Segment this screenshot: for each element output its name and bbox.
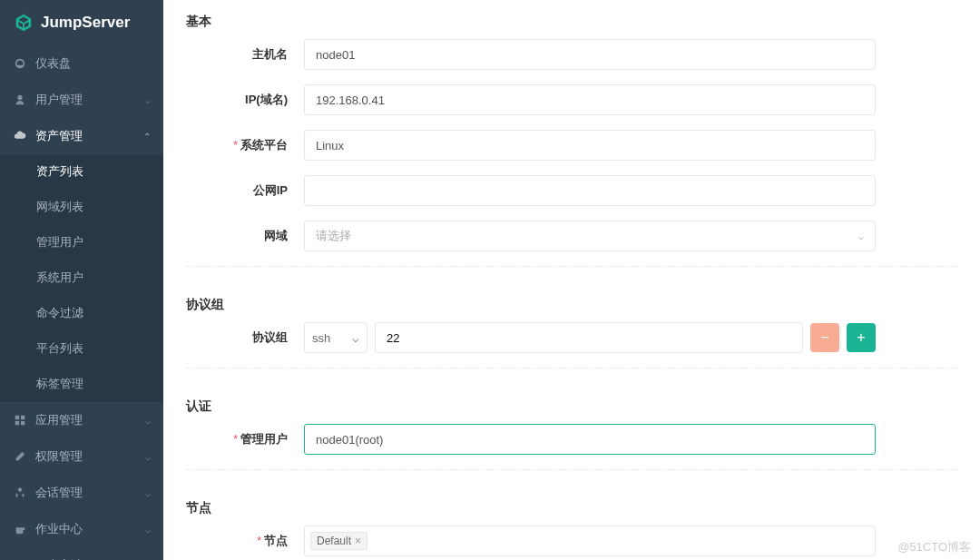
nav-ops[interactable]: 作业中心 ⌵: [0, 511, 163, 547]
watermark: @51CTO博客: [897, 539, 971, 555]
dashboard-icon: [14, 57, 26, 70]
section-basic: 基本: [186, 0, 957, 39]
nav-dashboard-label: 仪表盘: [35, 55, 71, 72]
chevron-down-icon: ⌵: [145, 416, 151, 426]
edit-icon: [14, 450, 26, 463]
nav-assets[interactable]: 资产管理 ⌃: [0, 118, 163, 154]
users-icon: [14, 93, 26, 106]
port-input[interactable]: [375, 322, 803, 353]
nav-dashboard[interactable]: 仪表盘: [0, 45, 163, 82]
nav-perms[interactable]: 权限管理 ⌵: [0, 438, 163, 475]
label-protocols: 协议组: [186, 329, 304, 346]
chevron-down-icon: ⌵: [858, 231, 864, 241]
chevron-down-icon: ⌵: [145, 488, 151, 498]
nav-users-label: 用户管理: [35, 92, 83, 108]
tag-chip: Default ×: [310, 532, 368, 550]
nav-label-mgmt[interactable]: 标签管理: [0, 367, 163, 402]
nav-platform-list[interactable]: 平台列表: [0, 331, 163, 367]
rocket-icon: [14, 486, 26, 499]
nav-system-user[interactable]: 系统用户: [0, 260, 163, 296]
label-ip: IP(域名): [186, 92, 304, 108]
nav-assets-submenu: 资产列表 网域列表 管理用户 系统用户 命令过滤 平台列表 标签管理: [0, 154, 163, 402]
remove-tag-icon[interactable]: ×: [355, 535, 361, 547]
chevron-down-icon: ⌵: [352, 331, 359, 345]
nav-admin-user[interactable]: 管理用户: [0, 225, 163, 260]
nav-users[interactable]: 用户管理 ⌵: [0, 82, 163, 118]
chevron-down-icon: ⌵: [145, 95, 151, 105]
platform-input[interactable]: [304, 130, 876, 161]
label-nodes: *节点: [186, 533, 304, 549]
grid-icon: [14, 414, 26, 427]
logo-icon: [14, 13, 34, 33]
section-node: 节点: [186, 486, 957, 526]
public-ip-input[interactable]: [304, 175, 876, 206]
chevron-up-icon: ⌃: [143, 132, 151, 142]
nav-domain-list[interactable]: 网域列表: [0, 190, 163, 225]
nav-assets-label: 资产管理: [35, 128, 83, 144]
nav-cmd-filter[interactable]: 命令过滤: [0, 296, 163, 331]
coffee-icon: [14, 523, 26, 535]
logo[interactable]: JumpServer: [0, 0, 163, 45]
chevron-down-icon: ⌵: [145, 452, 151, 462]
nav-sessions-label: 会话管理: [35, 485, 83, 501]
domain-select[interactable]: 请选择 ⌵: [304, 221, 876, 251]
nav-audits[interactable]: 日志审计: [0, 547, 163, 560]
nav-asset-list[interactable]: 资产列表: [0, 154, 163, 190]
nav-perms-label: 权限管理: [35, 448, 83, 465]
label-public-ip: 公网IP: [186, 182, 304, 199]
admin-user-input[interactable]: [304, 424, 876, 455]
nodes-input[interactable]: Default ×: [304, 526, 876, 556]
hostname-input[interactable]: [304, 39, 876, 70]
section-protocol: 协议组: [186, 283, 957, 322]
label-admin-user: *管理用户: [186, 431, 304, 447]
label-domain: 网域: [186, 228, 304, 244]
nav-apps-label: 应用管理: [35, 412, 83, 428]
nav-apps[interactable]: 应用管理 ⌵: [0, 402, 163, 438]
section-auth: 认证: [186, 385, 957, 424]
main-content: 基本 主机名 IP(域名) *系统平台 公网IP 网域 请选择 ⌵: [163, 0, 980, 560]
protocol-select[interactable]: ssh ⌵: [304, 322, 368, 353]
add-protocol-button[interactable]: +: [847, 323, 876, 352]
cloud-icon: [14, 130, 26, 142]
brand-text: JumpServer: [41, 14, 130, 32]
chevron-down-icon: ⌵: [145, 525, 151, 535]
label-hostname: 主机名: [186, 46, 304, 63]
nav-ops-label: 作业中心: [35, 521, 83, 537]
ip-input[interactable]: [304, 84, 876, 115]
label-platform: *系统平台: [186, 137, 304, 153]
nav-sessions[interactable]: 会话管理 ⌵: [0, 475, 163, 511]
remove-protocol-button[interactable]: −: [810, 323, 839, 352]
sidebar: JumpServer 仪表盘 用户管理 ⌵ 资产管理 ⌃ 资产列表 网域列表 管…: [0, 0, 163, 560]
